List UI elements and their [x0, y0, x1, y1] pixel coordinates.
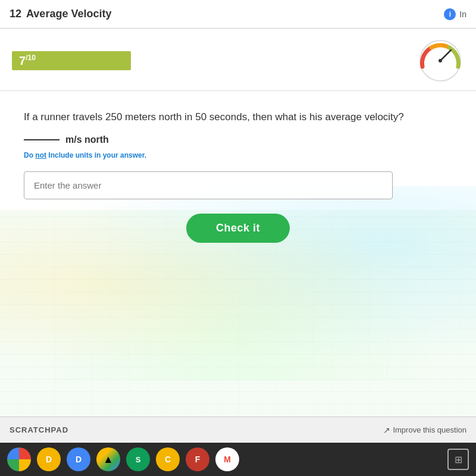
svg-point-2: [439, 59, 442, 62]
answer-input-container: [24, 171, 452, 199]
taskbar-gsheets-icon[interactable]: S: [126, 447, 150, 471]
note-suffix: Include units in your answer.: [46, 151, 146, 159]
answer-input[interactable]: [24, 171, 393, 199]
improve-label: Improve this question: [393, 425, 466, 434]
taskbar-gdrive-icon[interactable]: ▲: [96, 447, 120, 471]
header-title: 12 Average Velocity: [10, 8, 111, 20]
taskbar: D D ▲ S C F M ⊞: [0, 443, 476, 476]
progress-label: 7/10: [12, 51, 131, 70]
lesson-title: Average Velocity: [26, 8, 111, 20]
main-content: 7/10 If a runner travels 250 meters nort…: [0, 29, 476, 443]
instruction-note: Do not Include units in your answer.: [24, 151, 452, 159]
taskbar-gcalendar-icon[interactable]: C: [156, 447, 180, 471]
taskbar-chrome-icon[interactable]: [7, 447, 31, 471]
taskbar-gmail-icon[interactable]: M: [215, 447, 239, 471]
improve-question-button[interactable]: ↗ Improve this question: [383, 425, 466, 435]
note-underline: not: [35, 151, 46, 159]
taskbar-corner-button[interactable]: ⊞: [447, 449, 469, 470]
note-prefix: Do: [24, 151, 35, 159]
taskbar-gdocs-yellow-icon[interactable]: D: [37, 447, 61, 471]
check-it-button[interactable]: Check it: [186, 214, 290, 243]
answer-line-row: m/s north: [24, 134, 452, 145]
question-text: If a runner travels 250 meters north in …: [24, 109, 452, 125]
progress-section: 7/10: [0, 29, 476, 91]
improve-icon: ↗: [383, 425, 390, 435]
score-value: 7: [19, 54, 26, 67]
info-icon[interactable]: i: [444, 8, 456, 20]
score-denom: /10: [26, 54, 36, 62]
progress-bar-container: 7/10: [12, 51, 405, 70]
bottom-toolbar: SCRATCHPAD ↗ Improve this question: [0, 416, 476, 443]
answer-unit: m/s north: [65, 134, 109, 145]
question-area: If a runner travels 250 meters north in …: [0, 91, 476, 416]
gauge-svg: [416, 37, 464, 84]
taskbar-gforms-icon[interactable]: F: [186, 447, 209, 471]
header-info: i In: [444, 8, 466, 20]
lesson-number: 12: [10, 8, 21, 20]
check-button-container: Check it: [24, 214, 452, 243]
taskbar-gdocs-blue-icon[interactable]: D: [67, 447, 90, 471]
scratchpad-button[interactable]: SCRATCHPAD: [10, 425, 68, 434]
answer-blank-line: [24, 139, 60, 140]
info-label: In: [459, 10, 466, 19]
gauge-container: [416, 37, 464, 84]
header: 12 Average Velocity i In: [0, 0, 476, 29]
